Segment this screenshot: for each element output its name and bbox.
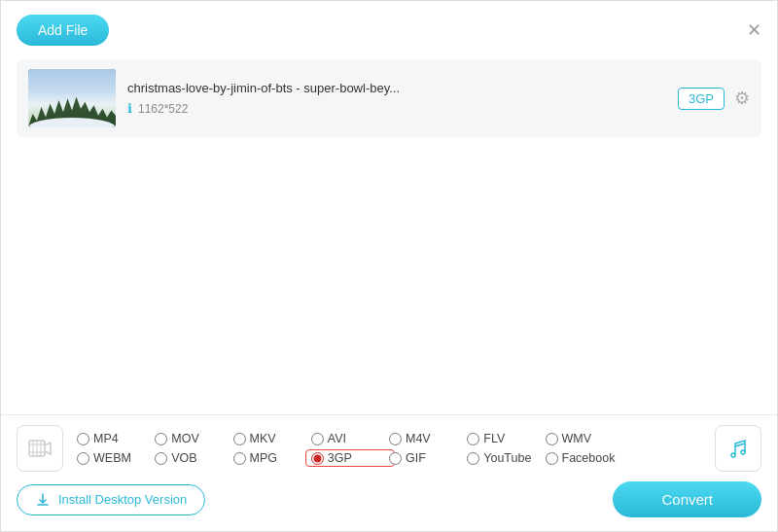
format-vob[interactable]: VOB [155, 451, 232, 465]
format-youtube[interactable]: YouTube [467, 451, 545, 465]
file-actions: 3GP ⚙ [678, 88, 750, 110]
file-name: christmas-love-by-jimin-of-bts - super-b… [127, 81, 666, 95]
format-mov[interactable]: MOV [155, 432, 232, 445]
format-flv[interactable]: FLV [467, 432, 545, 445]
install-desktop-button[interactable]: Install Desktop Version [17, 484, 205, 515]
file-meta: ℹ 1162*522 [127, 101, 666, 116]
file-info: christmas-love-by-jimin-of-bts - super-b… [127, 81, 666, 116]
download-icon [35, 492, 51, 508]
format-badge: 3GP [678, 88, 725, 110]
format-3gp[interactable]: 3GP [305, 449, 395, 467]
add-file-button[interactable]: Add File [17, 15, 109, 46]
format-mkv[interactable]: MKV [233, 432, 311, 445]
file-dimensions: 1162*522 [138, 102, 188, 116]
file-thumbnail [28, 69, 116, 127]
format-m4v[interactable]: M4V [389, 432, 467, 445]
format-wmv[interactable]: WMV [546, 432, 623, 445]
format-mpg[interactable]: MPG [233, 451, 311, 465]
format-mp4[interactable]: MP4 [77, 432, 155, 445]
settings-button[interactable]: ⚙ [734, 88, 750, 109]
format-options: MP4 MOV MKV AVI M4V FLV WMV [77, 432, 701, 465]
format-webm[interactable]: WEBM [77, 451, 155, 465]
video-icon-button[interactable] [17, 425, 63, 472]
format-row: MP4 MOV MKV AVI M4V FLV WMV [1, 415, 777, 472]
format-facebook[interactable]: Facebook [546, 451, 623, 465]
file-list: christmas-love-by-jimin-of-bts - super-b… [1, 59, 777, 137]
svg-line-6 [735, 443, 745, 446]
file-item: christmas-love-by-jimin-of-bts - super-b… [17, 59, 761, 137]
top-bar: Add File ✕ [1, 1, 777, 55]
bottom-panel: MP4 MOV MKV AVI M4V FLV WMV [1, 414, 777, 531]
audio-icon-button[interactable] [715, 425, 761, 472]
close-button[interactable]: ✕ [747, 21, 761, 39]
convert-button[interactable]: Convert [613, 481, 761, 517]
install-label: Install Desktop Version [58, 492, 187, 507]
info-icon: ℹ [127, 101, 132, 116]
action-row: Install Desktop Version Convert [1, 472, 777, 531]
main-content [1, 137, 777, 380]
format-gif[interactable]: GIF [389, 451, 467, 465]
format-avi[interactable]: AVI [311, 432, 389, 445]
